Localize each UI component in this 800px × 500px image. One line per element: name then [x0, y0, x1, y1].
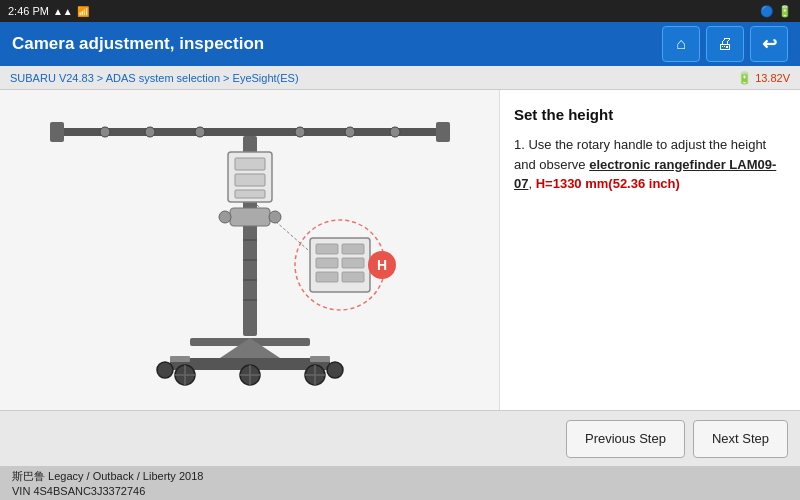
main-content: H [0, 90, 800, 410]
status-right-icons: 🔵 🔋 [760, 5, 792, 18]
svg-point-7 [345, 127, 355, 137]
svg-point-34 [219, 211, 231, 223]
print-icon: 🖨 [717, 35, 733, 53]
breadcrumb: SUBARU V24.83 > ADAS system selection > … [10, 72, 299, 84]
voltage-display: 🔋 13.82V [737, 71, 790, 85]
svg-rect-19 [235, 158, 265, 170]
header-actions: ⌂ 🖨 ↩ [662, 26, 788, 62]
exit-icon: ↩ [762, 33, 777, 55]
svg-rect-24 [316, 244, 338, 254]
svg-rect-26 [316, 258, 338, 268]
svg-point-6 [295, 127, 305, 137]
exit-button[interactable]: ↩ [750, 26, 788, 62]
status-bar: 2:46 PM ▲▲ 📶 🔵 🔋 [0, 0, 800, 22]
bluetooth-icon: 🔵 [760, 5, 774, 18]
svg-text:H: H [376, 257, 386, 273]
battery-icon: 🔋 [778, 5, 792, 18]
svg-rect-48 [170, 356, 190, 362]
next-step-button[interactable]: Next Step [693, 420, 788, 458]
footer-bar: 斯巴鲁 Legacy / Outback / Liberty 2018 VIN … [0, 466, 800, 500]
vehicle-info: 斯巴鲁 Legacy / Outback / Liberty 2018 VIN … [12, 469, 203, 500]
previous-step-button[interactable]: Previous Step [566, 420, 685, 458]
svg-rect-1 [50, 122, 64, 142]
svg-point-35 [269, 211, 281, 223]
instructions-body: 1. Use the rotary handle to adjust the h… [514, 135, 786, 194]
signal-icon: ▲▲ [53, 6, 73, 17]
svg-point-3 [100, 127, 110, 137]
svg-rect-25 [342, 244, 364, 254]
vehicle-name: 斯巴鲁 Legacy / Outback / Liberty 2018 [12, 469, 203, 484]
svg-rect-28 [316, 272, 338, 282]
header: Camera adjustment, inspection ⌂ 🖨 ↩ [0, 22, 800, 66]
vehicle-vin: VIN 4S4BSANC3J3372746 [12, 484, 203, 499]
svg-point-51 [327, 362, 343, 378]
page-title: Camera adjustment, inspection [12, 34, 264, 54]
voltage-value: 13.82V [755, 72, 790, 84]
battery-status-icon: 🔋 [737, 71, 752, 85]
home-icon: ⌂ [676, 35, 686, 53]
svg-rect-2 [436, 122, 450, 142]
svg-point-5 [195, 127, 205, 137]
breadcrumb-bar: SUBARU V24.83 > ADAS system selection > … [0, 66, 800, 90]
instructions-panel: Set the height 1. Use the rotary handle … [500, 90, 800, 410]
wifi-icon: 📶 [77, 6, 89, 17]
svg-point-4 [145, 127, 155, 137]
diagram-panel: H [0, 90, 500, 410]
instructions-measurement: H=1330 mm(52.36 inch) [536, 176, 680, 191]
home-button[interactable]: ⌂ [662, 26, 700, 62]
camera-stand-diagram: H [30, 100, 470, 400]
svg-rect-20 [235, 174, 265, 186]
svg-rect-29 [342, 272, 364, 282]
status-time: 2:46 PM ▲▲ 📶 [8, 5, 89, 17]
svg-rect-0 [60, 128, 440, 136]
print-button[interactable]: 🖨 [706, 26, 744, 62]
instructions-comma: , [528, 176, 535, 191]
svg-rect-33 [230, 208, 270, 226]
svg-rect-49 [310, 356, 330, 362]
svg-point-8 [390, 127, 400, 137]
svg-rect-27 [342, 258, 364, 268]
button-bar: Previous Step Next Step [0, 410, 800, 466]
svg-rect-21 [235, 190, 265, 198]
svg-point-50 [157, 362, 173, 378]
instructions-title: Set the height [514, 106, 786, 123]
